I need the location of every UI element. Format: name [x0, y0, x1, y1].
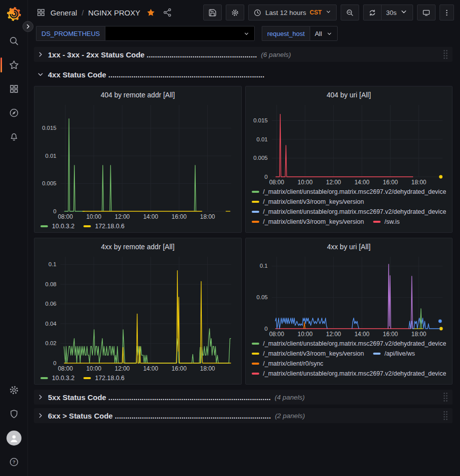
- monitor-icon: [422, 8, 431, 17]
- svg-text:18:00: 18:00: [200, 365, 215, 372]
- svg-text:10:00: 10:00: [86, 365, 101, 372]
- panel-4xx-by-remote-addr: 4xx by remote addr [All] 00.020.040.060.…: [34, 238, 242, 385]
- grafana-logo[interactable]: [6, 6, 22, 22]
- legend-item[interactable]: /_matrix/client/unstable/org.matrix.msc2…: [252, 340, 447, 347]
- row-6xx-status-code[interactable]: 6xx > Status Code ......................…: [34, 408, 453, 423]
- share-button[interactable]: [161, 6, 173, 18]
- legend-item[interactable]: 172.18.0.6: [83, 223, 124, 230]
- svg-text:0: 0: [53, 360, 56, 366]
- legend-swatch: [252, 353, 259, 355]
- panel-404-by-remote-addr: 404 by remote addr [All] 00.0050.010.015…: [34, 86, 242, 233]
- save-icon: [208, 8, 217, 17]
- legend-label: /api/live/ws: [385, 350, 415, 357]
- legend-item[interactable]: /_matrix/client/unstable/org.matrix.msc2…: [252, 370, 447, 377]
- more-options-button[interactable]: [440, 4, 454, 20]
- sidebar-item-help[interactable]: ?: [4, 452, 24, 472]
- zoom-out-time-button[interactable]: [341, 4, 359, 20]
- request-host-variable-value: All: [315, 30, 322, 37]
- drag-handle-icon[interactable]: [443, 49, 449, 59]
- legend-item[interactable]: 10.0.3.2: [40, 223, 74, 230]
- sidebar-item-server-admin[interactable]: [4, 404, 24, 424]
- svg-text:16:00: 16:00: [383, 179, 398, 186]
- legend-item[interactable]: /_matrix/client/unstable/org.matrix.msc2…: [252, 188, 447, 195]
- chevron-down-icon: [37, 71, 44, 78]
- toolbar-actions: Last 12 hours CST 30s: [203, 4, 454, 20]
- legend-swatch: [252, 363, 259, 365]
- svg-text:?: ?: [12, 459, 15, 465]
- gear-icon: [8, 385, 19, 396]
- svg-text:0.08: 0.08: [45, 281, 56, 287]
- timeseries-plot[interactable]: 00.050.108:0010:0012:0014:0016:0018:00: [250, 254, 449, 339]
- time-range-picker[interactable]: Last 12 hours CST: [248, 4, 337, 20]
- svg-text:14:00: 14:00: [354, 331, 369, 338]
- legend-item[interactable]: /_matrix/client/unstable/org.matrix.msc2…: [252, 208, 447, 215]
- legend-swatch: [40, 225, 48, 227]
- row-4xx-status-code[interactable]: 4xx Status Code ........................…: [34, 68, 453, 81]
- refresh-interval-select[interactable]: 30s: [381, 5, 413, 20]
- drag-handle-icon[interactable]: [443, 411, 449, 421]
- panel-404-by-uri: 404 by uri [All] 00.0050.010.01508:0010:…: [245, 86, 453, 233]
- panel-title[interactable]: 404 by uri [All]: [250, 90, 449, 102]
- svg-text:08:00: 08:00: [58, 365, 73, 372]
- svg-text:14:00: 14:00: [143, 365, 158, 372]
- request-host-variable-label: request_host: [262, 26, 310, 41]
- legend-swatch: [252, 201, 259, 203]
- panel-title[interactable]: 4xx by uri [All]: [250, 242, 449, 254]
- drag-handle-icon[interactable]: [443, 392, 449, 402]
- legend-label: /_matrix/client/unstable/org.matrix.msc2…: [263, 340, 447, 347]
- legend-item[interactable]: /sw.is: [373, 218, 400, 225]
- save-dashboard-button[interactable]: [203, 4, 222, 20]
- svg-text:0.015: 0.015: [253, 117, 268, 123]
- dashboard-settings-button[interactable]: [226, 4, 244, 20]
- legend-item[interactable]: 10.0.3.2: [40, 375, 74, 382]
- svg-text:14:00: 14:00: [354, 179, 369, 186]
- svg-text:08:00: 08:00: [58, 213, 73, 220]
- sidebar-expand-button[interactable]: [22, 21, 33, 32]
- variable-datasource: DS_PROMETHEUS: [36, 26, 255, 41]
- sidebar-item-explore[interactable]: [4, 103, 24, 123]
- svg-text:16:00: 16:00: [383, 331, 398, 338]
- svg-text:14:00: 14:00: [143, 213, 158, 220]
- datasource-variable-select[interactable]: [105, 26, 255, 41]
- legend-label: /_matrix/client/unstable/org.matrix.msc2…: [263, 188, 447, 195]
- svg-text:0.06: 0.06: [45, 301, 56, 307]
- sidebar-item-starred[interactable]: [4, 55, 24, 75]
- row-title: 4xx Status Code ........................…: [48, 70, 264, 79]
- sidebar-item-dashboards[interactable]: [4, 79, 24, 99]
- panel-title[interactable]: 4xx by remote addr [All]: [38, 242, 237, 254]
- legend-item[interactable]: /_matrix/client/v3/room_keys/version: [252, 198, 364, 205]
- breadcrumb: General / NGINX PROXY: [36, 6, 173, 18]
- svg-text:0.005: 0.005: [42, 180, 56, 186]
- legend-item[interactable]: /_matrix/client/r0/sync: [252, 360, 324, 367]
- legend-swatch: [252, 221, 259, 223]
- sidebar-item-alerting[interactable]: [4, 127, 24, 147]
- panel-title[interactable]: 404 by remote addr [All]: [38, 90, 237, 102]
- legend-swatch: [83, 225, 91, 227]
- sidebar: ?: [0, 0, 28, 476]
- timeseries-plot[interactable]: 00.0050.010.01508:0010:0012:0014:0016:00…: [250, 102, 449, 187]
- sidebar-item-profile[interactable]: [4, 428, 24, 448]
- svg-text:0: 0: [53, 208, 56, 214]
- compass-icon: [8, 107, 19, 118]
- legend-label: 172.18.0.6: [95, 223, 124, 230]
- legend-item[interactable]: /_matrix/client/v3/room_keys/version: [252, 218, 364, 225]
- refresh-button[interactable]: [364, 5, 381, 20]
- sidebar-item-configuration[interactable]: [4, 380, 24, 400]
- favorite-star-button[interactable]: [145, 6, 157, 18]
- svg-text:0.1: 0.1: [260, 263, 268, 269]
- sidebar-item-search[interactable]: [4, 31, 24, 51]
- legend-item[interactable]: /_matrix/client/v3/room_keys/version: [252, 350, 364, 357]
- request-host-variable-select[interactable]: All: [310, 26, 337, 41]
- timeseries-plot[interactable]: 00.0050.010.01508:0010:0012:0014:0016:00…: [38, 102, 237, 221]
- row-title: 1xx - 3xx - 2xx Status Code ............…: [48, 50, 257, 59]
- row-5xx-status-code[interactable]: 5xx Status Code ........................…: [34, 390, 453, 405]
- legend-item[interactable]: 172.18.0.6: [83, 375, 124, 382]
- timezone-label: CST: [310, 9, 322, 16]
- row-1xx-3xx-2xx-status-code[interactable]: 1xx - 3xx - 2xx Status Code ............…: [34, 47, 453, 62]
- timeseries-plot[interactable]: 00.020.040.060.080.108:0010:0012:0014:00…: [38, 254, 237, 373]
- breadcrumb-section[interactable]: General: [50, 8, 77, 17]
- cycle-view-mode-button[interactable]: [417, 4, 436, 20]
- main-area: General / NGINX PROXY L: [28, 0, 460, 476]
- legend-item[interactable]: /api/live/ws: [373, 350, 415, 357]
- legend-label: /_matrix/client/r0/sync: [263, 360, 324, 367]
